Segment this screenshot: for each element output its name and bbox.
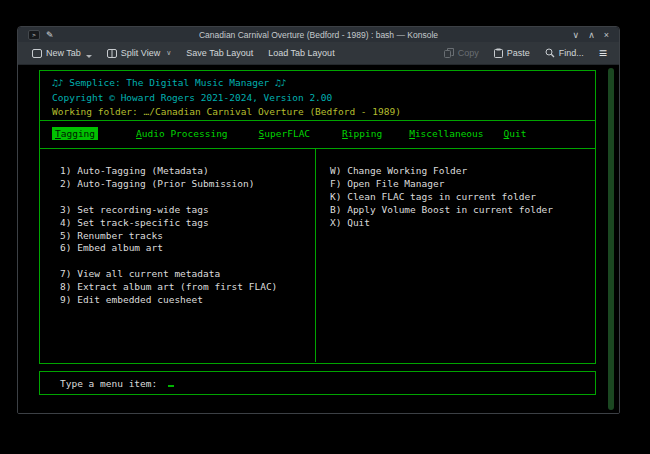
new-tab-dropdown-caret[interactable] (86, 55, 92, 58)
tui-menubar: TaggingAudio ProcessingSuperFLACRippingM… (40, 120, 595, 149)
menu-tab-quit[interactable]: Quit (504, 128, 527, 139)
window-title: Canadian Carnival Overture (Bedford - 19… (18, 30, 619, 40)
desktop: > ✎ Canadian Carnival Overture (Bedford … (0, 0, 650, 454)
menu-tab-superflac[interactable]: SuperFLAC (259, 128, 311, 139)
global-menu-list: W) Change Working FolderF) Open File Man… (330, 165, 553, 230)
tagging-menu-list: 1) Auto-Tagging (Metadata)2) Auto-Taggin… (60, 165, 277, 307)
new-tab-label: New Tab (46, 48, 81, 58)
split-view-chevron-icon[interactable]: ∨ (166, 49, 171, 57)
tui-content: 1) Auto-Tagging (Metadata)2) Auto-Taggin… (40, 149, 595, 362)
scrollbar[interactable] (608, 68, 614, 410)
load-tab-layout-button[interactable]: Load Tab Layout (268, 48, 334, 58)
prompt-box[interactable]: Type a menu item: (39, 371, 596, 395)
split-view-label: Split View (121, 48, 160, 58)
titlebar[interactable]: > ✎ Canadian Carnival Overture (Bedford … (18, 27, 619, 42)
terminal-text-line: 5) Renumber tracks (60, 230, 277, 243)
minimize-button[interactable]: ∨ (573, 30, 580, 40)
save-tab-layout-button[interactable]: Save Tab Layout (186, 48, 253, 58)
paste-icon (494, 48, 503, 58)
maximize-button[interactable]: ∧ (588, 30, 595, 40)
menu-tab-audio-processing[interactable]: Audio Processing (136, 128, 228, 139)
toolbar: New Tab Split View ∨ Save Tab Layout Loa… (18, 42, 619, 65)
terminal-screen[interactable]: ♫♪ Semplice: The Digital Music Manager ♫… (18, 65, 619, 414)
paste-button[interactable]: Paste (494, 48, 530, 58)
load-tab-layout-label: Load Tab Layout (268, 48, 334, 58)
text-cursor (168, 379, 174, 387)
terminal-text-line: 1) Auto-Tagging (Metadata) (60, 165, 277, 178)
terminal-text-line: 6) Embed album art (60, 242, 277, 255)
terminal-text-line: 9) Edit embedded cuesheet (60, 294, 277, 307)
terminal-text-line: K) Clean FLAC tags in current folder (330, 191, 553, 204)
terminal-text-line (60, 191, 277, 204)
split-view-icon (107, 49, 117, 58)
find-button[interactable]: Find... (545, 48, 584, 58)
menu-tab-tagging[interactable]: Tagging (52, 127, 98, 140)
copy-button[interactable]: Copy (444, 48, 479, 58)
menu-tab-miscellaneous[interactable]: Miscellaneous (409, 128, 483, 139)
terminal-text-line: ♫♪ Semplice: The Digital Music Manager ♫… (52, 76, 595, 91)
new-tab-button[interactable]: New Tab (32, 48, 92, 58)
terminal-text-line: B) Apply Volume Boost in current folder (330, 204, 553, 217)
terminal-text-line: 8) Extract album art (from first FLAC) (60, 281, 277, 294)
find-icon (545, 48, 555, 58)
terminal-text-line: 2) Auto-Tagging (Prior Submission) (60, 178, 277, 191)
save-tab-layout-label: Save Tab Layout (186, 48, 253, 58)
column-divider (315, 149, 316, 362)
terminal-text-line: Working folder: …/Canadian Carnival Over… (52, 105, 595, 120)
terminal-text-line: 7) View all current metadata (60, 268, 277, 281)
new-tab-icon (32, 49, 42, 58)
find-label: Find... (559, 48, 584, 58)
menu-tab-ripping[interactable]: Ripping (342, 128, 382, 139)
split-view-button[interactable]: Split View ∨ (107, 48, 171, 58)
terminal-text-line (60, 255, 277, 268)
terminal-text-line: W) Change Working Folder (330, 165, 553, 178)
terminal-text-line: 3) Set recording-wide tags (60, 204, 277, 217)
copy-icon (444, 48, 454, 58)
copy-label: Copy (458, 48, 479, 58)
konsole-app-icon: > (28, 30, 40, 40)
terminal-text-line: Copyright © Howard Rogers 2021-2024, Ver… (52, 91, 595, 106)
tui-header: ♫♪ Semplice: The Digital Music Manager ♫… (40, 71, 595, 120)
prompt-label: Type a menu item: (60, 378, 157, 389)
terminal-text-line: F) Open File Manager (330, 178, 553, 191)
paste-label: Paste (507, 48, 530, 58)
terminal-text-line: 4) Set track-specific tags (60, 217, 277, 230)
pin-icon: ✎ (46, 30, 54, 40)
konsole-window: > ✎ Canadian Carnival Overture (Bedford … (17, 26, 620, 414)
close-button[interactable]: × (604, 30, 609, 40)
tui-main-box: ♫♪ Semplice: The Digital Music Manager ♫… (39, 70, 596, 364)
terminal-text-line: X) Quit (330, 217, 553, 230)
hamburger-menu-icon[interactable]: ≡ (599, 46, 607, 60)
